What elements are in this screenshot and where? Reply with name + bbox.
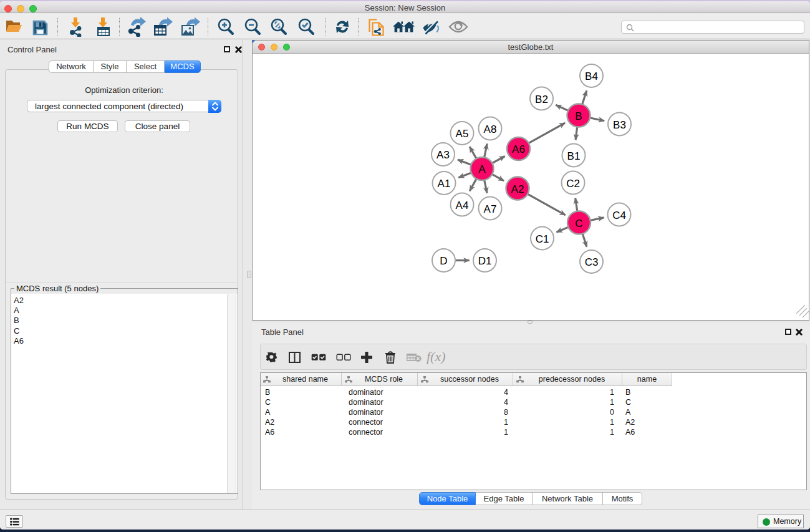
svg-text:B4: B4 <box>585 70 598 82</box>
svg-text:C1: C1 <box>536 233 549 245</box>
svg-text:B3: B3 <box>613 119 626 131</box>
svg-text:C: C <box>575 218 582 230</box>
svg-text:A3: A3 <box>436 149 450 161</box>
svg-text:A7: A7 <box>484 203 497 215</box>
svg-text:B: B <box>575 110 582 122</box>
svg-text:D1: D1 <box>478 255 492 267</box>
svg-text:A4: A4 <box>456 200 469 211</box>
svg-text:B2: B2 <box>535 94 548 105</box>
svg-text:A5: A5 <box>456 128 469 140</box>
svg-text:B1: B1 <box>567 150 581 162</box>
svg-text:A8: A8 <box>484 123 497 135</box>
svg-text:C2: C2 <box>566 178 580 190</box>
svg-text:D: D <box>440 255 447 267</box>
svg-text:A2: A2 <box>511 183 524 195</box>
svg-text:A: A <box>478 163 486 175</box>
svg-text:A6: A6 <box>512 143 525 155</box>
svg-text:C3: C3 <box>585 256 599 268</box>
svg-text:A1: A1 <box>438 178 451 190</box>
svg-text:C4: C4 <box>612 210 626 221</box>
